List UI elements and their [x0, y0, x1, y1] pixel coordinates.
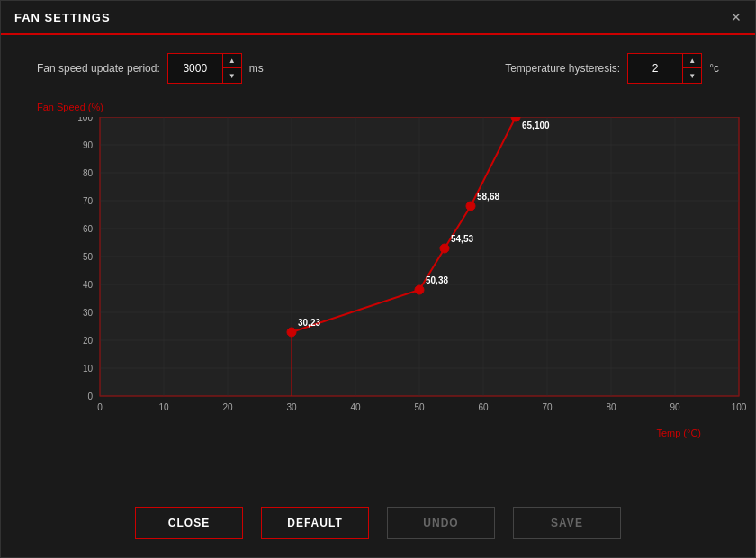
svg-text:30: 30 [286, 402, 297, 412]
point-54-53[interactable] [440, 244, 449, 253]
svg-text:58,68: 58,68 [477, 192, 500, 202]
footer-buttons: CLOSE DEFAULT UNDO SAVE [1, 507, 755, 539]
svg-text:50,38: 50,38 [426, 275, 448, 285]
svg-text:20: 20 [83, 336, 94, 346]
chart-y-label: Fan Speed (%) [1, 102, 755, 112]
temp-hysteresis-value[interactable]: 2 [628, 54, 682, 83]
fan-curve-chart[interactable]: 100 90 80 70 60 50 40 30 20 10 0 0 10 20… [73, 117, 748, 423]
svg-text:70: 70 [542, 402, 553, 412]
svg-text:40: 40 [83, 280, 94, 290]
fan-speed-group: Fan speed update period: 3000 ▲ ▼ ms [37, 53, 264, 84]
svg-text:0: 0 [97, 402, 103, 412]
temp-hysteresis-spinner: 2 ▲ ▼ [627, 53, 702, 84]
temp-hysteresis-down-arrow[interactable]: ▼ [683, 68, 701, 83]
fan-speed-up-arrow[interactable]: ▲ [223, 54, 241, 68]
svg-text:80: 80 [83, 168, 94, 178]
svg-text:80: 80 [606, 402, 616, 412]
svg-text:60: 60 [83, 224, 94, 234]
fan-speed-value[interactable]: 3000 [168, 54, 222, 83]
fan-speed-down-arrow[interactable]: ▼ [223, 68, 241, 83]
svg-text:65,100: 65,100 [522, 121, 550, 130]
chart-x-label: Temp (°C) [37, 428, 710, 438]
temp-hysteresis-group: Temperature hysteresis: 2 ▲ ▼ °c [505, 53, 719, 84]
svg-text:60: 60 [478, 402, 489, 412]
fan-speed-label: Fan speed update period: [37, 62, 160, 75]
controls-row: Fan speed update period: 3000 ▲ ▼ ms Tem… [1, 35, 755, 102]
fan-speed-arrows: ▲ ▼ [222, 54, 241, 83]
default-button[interactable]: DEFAULT [261, 507, 369, 539]
temp-hysteresis-arrows: ▲ ▼ [682, 54, 701, 83]
close-x-button[interactable]: ✕ [731, 10, 742, 24]
svg-text:30: 30 [83, 308, 94, 318]
chart-container: 100 90 80 70 60 50 40 30 20 10 0 0 10 20… [73, 117, 710, 423]
window-title: FAN SETTINGS [14, 11, 111, 24]
chart-area: 100 90 80 70 60 50 40 30 20 10 0 0 10 20… [1, 117, 755, 438]
svg-text:90: 90 [83, 140, 94, 150]
svg-text:50: 50 [83, 252, 94, 262]
fan-speed-unit: ms [249, 62, 264, 75]
svg-text:20: 20 [222, 402, 233, 412]
point-30-23[interactable] [287, 328, 296, 337]
svg-text:100: 100 [77, 117, 93, 122]
point-58-68[interactable] [466, 202, 475, 211]
close-button[interactable]: CLOSE [135, 507, 243, 539]
svg-text:0: 0 [87, 392, 93, 401]
svg-text:50: 50 [414, 402, 425, 412]
svg-text:70: 70 [83, 196, 94, 206]
svg-text:40: 40 [350, 402, 361, 412]
svg-text:90: 90 [670, 402, 680, 412]
svg-text:100: 100 [732, 402, 747, 412]
svg-text:10: 10 [158, 402, 169, 412]
temp-hysteresis-unit: °c [709, 62, 719, 75]
svg-text:30,23: 30,23 [298, 318, 320, 328]
title-bar: FAN SETTINGS ✕ [1, 1, 755, 35]
svg-text:54,53: 54,53 [451, 234, 473, 244]
save-button[interactable]: SAVE [513, 507, 621, 539]
point-50-38[interactable] [415, 285, 424, 294]
svg-text:10: 10 [83, 364, 94, 374]
temp-hysteresis-label: Temperature hysteresis: [505, 62, 620, 75]
undo-button[interactable]: UNDO [387, 507, 495, 539]
fan-settings-window: FAN SETTINGS ✕ Fan speed update period: … [0, 0, 756, 558]
temp-hysteresis-up-arrow[interactable]: ▲ [683, 54, 701, 68]
fan-speed-spinner: 3000 ▲ ▼ [167, 53, 242, 84]
